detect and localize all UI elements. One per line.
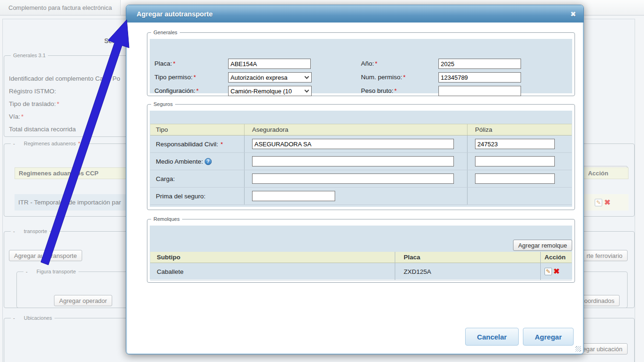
remolques-panel: Agregar remolque Subtipo Placa Acción Ca…: [150, 226, 572, 279]
resize-handle-icon[interactable]: [575, 346, 581, 352]
poliza-rc-input[interactable]: [475, 139, 555, 149]
remolques-table: Subtipo Placa Acción Caballete ZXD125A ✎…: [150, 252, 572, 280]
placa-label: Placa:*: [154, 59, 228, 69]
cancelar-button[interactable]: Cancelar: [465, 328, 519, 346]
configuracion-label: Configuración:*: [154, 86, 228, 96]
legend-modal-seguros: Seguros: [151, 101, 175, 107]
header-aseguradora: Aseguradora: [244, 124, 467, 135]
header-subtipo: Subtipo: [150, 252, 395, 263]
seguros-table-header: Tipo Aseguradora Póliza: [150, 124, 572, 136]
header-placa: Placa: [395, 252, 540, 263]
remolque-placa-cell: ZXD125A: [395, 263, 540, 280]
chevron-down-icon: [305, 75, 309, 79]
agregar-remolque-button[interactable]: Agregar remolque: [513, 240, 572, 251]
remolque-subtipo-cell: Caballete: [150, 263, 395, 280]
prima-seguro-label: Prima del seguro:: [150, 188, 244, 204]
poliza-carga-input[interactable]: [475, 173, 555, 184]
close-icon[interactable]: ✖: [570, 5, 576, 23]
edit-icon[interactable]: ✎: [544, 268, 552, 275]
agregar-autotransporte-dialog: Agregar autotransporte ✖ Generales Placa…: [126, 5, 584, 354]
seguros-panel: Tipo Aseguradora Póliza Responsabilidad …: [150, 111, 572, 207]
legend-modal-remolques: Remolques: [151, 216, 182, 222]
poliza-ma-input[interactable]: [475, 156, 555, 166]
peso-bruto-input[interactable]: [438, 86, 521, 96]
configuracion-select[interactable]: Camión-Remolque (10: [228, 86, 312, 96]
dialog-titlebar[interactable]: Agregar autotransporte ✖: [126, 5, 583, 23]
tipo-permiso-select[interactable]: Autorización expresa: [228, 72, 312, 83]
num-permiso-input[interactable]: [438, 72, 521, 83]
generales-panel: Placa:* Año:* Tipo permiso:* Autorizació…: [150, 39, 572, 93]
fieldset-modal-seguros: Seguros Tipo Aseguradora Póliza Responsa…: [147, 101, 575, 210]
table-row: Prima del seguro:: [150, 188, 572, 205]
delete-icon[interactable]: ✖: [553, 268, 560, 275]
medio-ambiente-label: Medio Ambiente: ?: [150, 153, 244, 170]
seguros-table: Tipo Aseguradora Póliza Responsabilidad …: [150, 124, 572, 205]
header-accion: Acción: [540, 252, 572, 263]
peso-bruto-label: Peso bruto:*: [361, 86, 438, 96]
table-row: Caballete ZXD125A ✎ ✖: [150, 263, 572, 280]
help-icon[interactable]: ?: [205, 158, 212, 165]
chevron-down-icon: [305, 88, 309, 93]
tipo-permiso-label: Tipo permiso:*: [154, 72, 228, 83]
aseguradora-ma-input[interactable]: [252, 156, 454, 166]
aseguradora-rc-input[interactable]: [252, 139, 454, 149]
dialog-title: Agregar autotransporte: [137, 10, 213, 18]
prima-seguro-input[interactable]: [252, 191, 335, 201]
aseguradora-carga-input[interactable]: [252, 173, 454, 184]
responsabilidad-civil-label: Responsabilidad Civil:*: [150, 136, 244, 152]
placa-input[interactable]: [228, 59, 311, 69]
remolque-accion-cell: ✎ ✖: [540, 263, 572, 280]
num-permiso-label: Num. permiso:*: [361, 72, 438, 83]
carga-label: Carga:: [150, 170, 244, 187]
fieldset-modal-generales: Generales Placa:* Año:* Tipo permiso:* A…: [147, 30, 575, 96]
table-row: Responsabilidad Civil:*: [150, 136, 572, 153]
anio-label: Año:*: [361, 59, 438, 69]
fieldset-modal-remolques: Remolques Agregar remolque Subtipo Placa…: [147, 216, 575, 283]
remolques-table-header: Subtipo Placa Acción: [150, 252, 572, 263]
agregar-button[interactable]: Agregar: [523, 328, 574, 346]
legend-modal-generales: Generales: [151, 30, 180, 35]
empty-cell: [467, 188, 572, 204]
header-tipo: Tipo: [150, 124, 244, 135]
table-row: Medio Ambiente: ?: [150, 153, 572, 170]
anio-input[interactable]: [438, 59, 521, 69]
header-poliza: Póliza: [467, 124, 572, 135]
table-row: Carga:: [150, 170, 572, 188]
